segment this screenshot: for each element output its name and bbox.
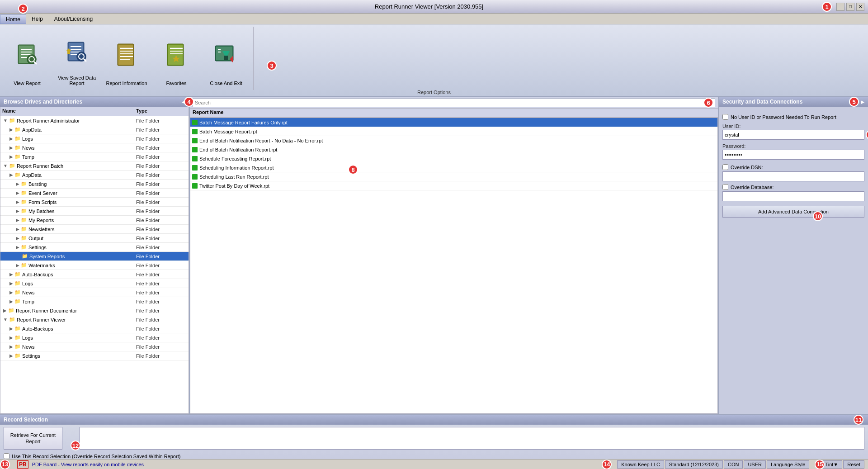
- search-input[interactable]: [193, 98, 715, 107]
- tree-row-type: File Folder: [134, 180, 189, 188]
- tree-row[interactable]: ▶📁SettingsFile Folder: [0, 243, 189, 252]
- tree-row[interactable]: ▶📁NewsFile Folder: [0, 288, 189, 297]
- tree-row[interactable]: ▶📁LogsFile Folder: [0, 333, 189, 342]
- left-panel-expand[interactable]: ◀: [182, 99, 185, 104]
- right-panel-header: Security and Data Connections ▶: [719, 97, 868, 107]
- tree-row[interactable]: ▶📁AppDataFile Folder: [0, 125, 189, 134]
- status-reset[interactable]: Reset: [843, 460, 864, 469]
- record-selection-header: Record Selection 11: [0, 415, 868, 425]
- retrieve-button[interactable]: Retrieve For Current Report: [4, 427, 62, 450]
- tree-expand-arrow[interactable]: ▶: [16, 263, 19, 268]
- menu-home[interactable]: Home: [0, 14, 26, 24]
- report-name: End of Batch Notification Report - No Da…: [199, 138, 323, 143]
- tree-expand-arrow[interactable]: ▶: [9, 145, 13, 150]
- view-report-button[interactable]: View Report: [2, 27, 52, 90]
- close-button[interactable]: ✕: [856, 3, 864, 11]
- tree-expand-arrow[interactable]: ▶: [9, 344, 13, 349]
- close-exit-button[interactable]: Close And Exit: [201, 27, 251, 90]
- folder-icon: 📁: [14, 280, 21, 286]
- report-row[interactable]: Scheduling Information Report.rpt: [190, 163, 717, 172]
- tree-expand-arrow[interactable]: ▶: [16, 208, 19, 213]
- tree-row[interactable]: ▼📁Report Runner ViewerFile Folder: [0, 315, 189, 324]
- tree-row[interactable]: ▶📁Report Runner DocumentorFile Folder: [0, 306, 189, 315]
- tree-expand-arrow[interactable]: ▶: [9, 326, 13, 331]
- favorites-button[interactable]: Favorites: [151, 27, 201, 90]
- menu-help[interactable]: Help: [26, 14, 49, 24]
- titlebar-controls[interactable]: — □ ✕: [836, 3, 864, 11]
- tree-expand-arrow[interactable]: ▶: [9, 299, 13, 304]
- tree-expand-arrow[interactable]: ▶: [9, 127, 13, 132]
- tree-row[interactable]: ▶📁NewsFile Folder: [0, 143, 189, 152]
- tree-expand-arrow[interactable]: ▶: [9, 290, 13, 295]
- tree-row[interactable]: ▶📁WatermarksFile Folder: [0, 261, 189, 270]
- tree-row[interactable]: ▶📁BurstingFile Folder: [0, 180, 189, 189]
- tree-expand-arrow[interactable]: ▶: [16, 181, 19, 186]
- tree-expand-arrow[interactable]: ▶: [16, 245, 19, 250]
- override-dsn-input[interactable]: [722, 171, 864, 181]
- tree-expand-arrow[interactable]: ▶: [9, 154, 13, 159]
- tree-row-name-text: Watermarks: [28, 263, 55, 268]
- tree-expand-arrow[interactable]: ▶: [16, 199, 19, 204]
- report-info-button[interactable]: Report Information: [102, 27, 151, 90]
- tree-row[interactable]: 📁System ReportsFile Folder: [0, 252, 189, 261]
- password-input[interactable]: [722, 150, 864, 160]
- tree-row[interactable]: ▶📁NewsFile Folder: [0, 342, 189, 351]
- user-id-input[interactable]: [722, 130, 864, 140]
- tree-container[interactable]: Name Type ▼📁Report Runner AdministratorF…: [0, 107, 189, 414]
- no-user-checkbox[interactable]: [722, 114, 728, 120]
- tree-expand-arrow[interactable]: ▶: [16, 190, 19, 195]
- tree-row[interactable]: ▶📁Auto-BackupsFile Folder: [0, 324, 189, 333]
- report-row[interactable]: Batch Message Report Failures Only.rpt: [190, 118, 717, 127]
- minimize-button[interactable]: —: [836, 3, 844, 11]
- menu-about[interactable]: About/Licensing: [49, 14, 99, 24]
- tree-row[interactable]: ▶📁TempFile Folder: [0, 297, 189, 306]
- tree-row[interactable]: ▶📁Form ScriptsFile Folder: [0, 198, 189, 207]
- override-db-input[interactable]: [722, 191, 864, 201]
- tree-expand-arrow[interactable]: ▶: [9, 136, 13, 141]
- tree-expand-arrow[interactable]: ▶: [3, 308, 7, 313]
- tree-expand-arrow[interactable]: ▶: [9, 281, 13, 286]
- right-panel-expand[interactable]: ▶: [861, 99, 864, 104]
- tree-row[interactable]: ▶📁Auto-BackupsFile Folder: [0, 270, 189, 279]
- override-dsn-checkbox[interactable]: [722, 164, 728, 170]
- view-saved-button[interactable]: View Saved Data Report: [52, 27, 102, 90]
- report-row[interactable]: Scheduling Last Run Report.rpt: [190, 172, 717, 181]
- override-record-checkbox[interactable]: [4, 453, 9, 459]
- tree-row[interactable]: ▶📁OutputFile Folder: [0, 234, 189, 243]
- tree-expand-arrow[interactable]: ▼: [3, 163, 8, 168]
- report-list[interactable]: 8 Batch Message Report Failures Only.rpt…: [190, 118, 718, 414]
- tree-row[interactable]: ▶📁LogsFile Folder: [0, 134, 189, 143]
- tree-row-type: File Folder: [134, 298, 189, 305]
- tree-expand-arrow[interactable]: ▶: [9, 353, 13, 358]
- tree-expand-arrow[interactable]: ▶: [16, 236, 19, 241]
- tree-expand-arrow[interactable]: ▼: [3, 317, 8, 322]
- tree-row[interactable]: ▶📁LogsFile Folder: [0, 279, 189, 288]
- tree-expand-arrow[interactable]: ▼: [3, 118, 8, 123]
- tree-row[interactable]: ▶📁AppDataFile Folder: [0, 171, 189, 180]
- report-row[interactable]: End of Batch Notification Report.rpt: [190, 145, 717, 154]
- tree-row[interactable]: ▶📁Event ServerFile Folder: [0, 189, 189, 198]
- tree-expand-arrow[interactable]: ▶: [9, 335, 13, 340]
- tree-row[interactable]: ▶📁TempFile Folder: [0, 152, 189, 161]
- tree-row[interactable]: ▶📁NewslettersFile Folder: [0, 225, 189, 234]
- tree-row[interactable]: ▶📁My ReportsFile Folder: [0, 216, 189, 225]
- report-row[interactable]: Schedule Forecasting Report.rpt: [190, 154, 717, 163]
- maximize-button[interactable]: □: [846, 3, 854, 11]
- report-row[interactable]: Batch Message Report.rpt: [190, 127, 717, 136]
- tree-expand-arrow[interactable]: ▶: [9, 272, 13, 277]
- tree-row[interactable]: ▶📁My BatchesFile Folder: [0, 207, 189, 216]
- view-report-label: View Report: [14, 81, 41, 86]
- status-con: CON: [724, 460, 743, 469]
- override-db-checkbox[interactable]: [722, 184, 728, 190]
- tree-expand-arrow[interactable]: ▶: [16, 218, 19, 223]
- tree-row[interactable]: ▼📁Report Runner AdministratorFile Folder: [0, 116, 189, 125]
- tree-row[interactable]: ▼📁Report Runner BatchFile Folder: [0, 161, 189, 171]
- report-row[interactable]: Twitter Post By Day of Week.rpt: [190, 181, 717, 190]
- report-row[interactable]: End of Batch Notification Report - No Da…: [190, 136, 717, 145]
- tree-row-name-text: Report Runner Administrator: [17, 118, 80, 123]
- tree-row[interactable]: ▶📁SettingsFile Folder: [0, 351, 189, 360]
- add-connection-button[interactable]: Add Advanced Data Connection: [722, 206, 864, 218]
- tree-expand-arrow[interactable]: ▶: [16, 227, 19, 232]
- record-text-area[interactable]: [80, 427, 864, 450]
- tree-expand-arrow[interactable]: ▶: [9, 172, 13, 177]
